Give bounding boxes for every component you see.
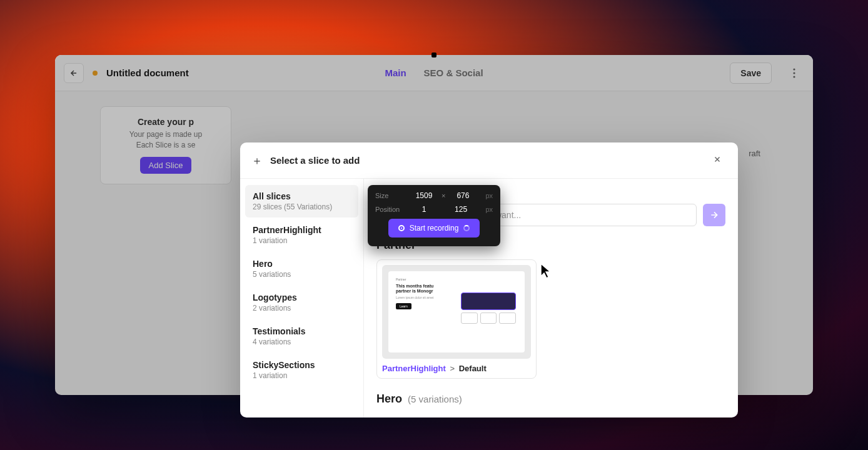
recorder-size-row: Size 1509 × 676 px <box>375 191 493 200</box>
ai-submit-button[interactable] <box>703 204 725 226</box>
sidebar-item-label: Testimonials <box>253 326 351 336</box>
section-hero-name: Hero <box>376 392 402 405</box>
slice-card-partnerhighlight-default[interactable]: Partner This months featupartner is Mono… <box>376 259 537 379</box>
recorder-pos-x-value[interactable]: 1 <box>413 205 435 214</box>
recorder-size-label: Size <box>375 192 406 199</box>
start-recording-button[interactable]: Start recording <box>388 219 480 238</box>
recorder-pos-y-value[interactable]: 125 <box>450 205 472 214</box>
sidebar-item-label: PartnerHighlight <box>253 225 351 235</box>
plus-icon: ＋ <box>251 153 263 168</box>
sidebar-item-sub: 5 variations <box>253 270 351 279</box>
recorder-width-value[interactable]: 1509 <box>413 191 435 200</box>
slice-preview-inner: Partner This months featupartner is Mono… <box>388 271 525 352</box>
sidebar-item-label: All slices <box>253 191 351 201</box>
sidebar-item-stickysections[interactable]: StickySections 1 variation <box>245 354 358 386</box>
section-hero-count: (5 variations) <box>408 394 462 404</box>
sidebar-item-sub: 1 variation <box>253 236 351 245</box>
sidebar-item-partnerhighlight[interactable]: PartnerHighlight 1 variation <box>245 219 358 251</box>
arrow-right-icon <box>709 210 719 220</box>
sidebar-item-sub: 2 variations <box>253 304 351 312</box>
sidebar-item-label: StickySections <box>253 360 351 370</box>
start-recording-label: Start recording <box>410 224 459 232</box>
spinner-icon <box>463 225 470 231</box>
slice-card-label: PartnerHighlight > Default <box>382 364 531 373</box>
sidebar-item-sub: 29 slices (55 Variations) <box>253 202 351 211</box>
sidebar-item-all-slices[interactable]: All slices 29 slices (55 Variations) <box>245 185 358 218</box>
recorder-position-row: Position 1 125 px <box>375 205 493 214</box>
sidebar-item-logotypes[interactable]: Logotypes 2 variations <box>245 286 358 319</box>
spacer <box>442 206 443 213</box>
modal-sidebar: All slices 29 slices (55 Variations) Par… <box>240 179 364 418</box>
slice-card-sep: > <box>450 364 455 373</box>
sidebar-item-label: Hero <box>253 259 351 269</box>
recorder-height-value[interactable]: 676 <box>452 191 474 200</box>
recorder-size-unit: px <box>485 192 493 199</box>
slice-picker-modal: ＋ Select a slice to add All slices 29 sl… <box>240 142 738 418</box>
record-icon <box>398 225 405 231</box>
section-hero-title: Hero (5 variations) <box>376 392 725 406</box>
preview-card-primary <box>461 292 516 310</box>
sidebar-item-label: Logotypes <box>253 292 351 302</box>
multiply-icon: × <box>442 192 445 199</box>
preview-right-col <box>461 292 516 324</box>
slice-card-name: PartnerHighlight <box>382 364 446 373</box>
preview-card-small <box>480 312 497 324</box>
sidebar-item-sub: 4 variations <box>253 338 351 346</box>
preview-card-small <box>499 312 516 324</box>
recorder-pos-unit: px <box>485 206 493 213</box>
sidebar-item-testimonials[interactable]: Testimonials 4 variations <box>245 320 358 352</box>
screen-recorder-tooltip[interactable]: Size 1509 × 676 px Position 1 125 px Sta… <box>368 185 500 246</box>
modal-close-button[interactable] <box>708 151 727 169</box>
preview-cta: Learn <box>396 303 411 309</box>
sidebar-item-sub: 1 variation <box>253 371 351 380</box>
preview-card-small <box>461 312 478 324</box>
close-icon <box>713 155 722 164</box>
slice-preview: Partner This months featupartner is Mono… <box>382 265 531 359</box>
slice-card-variant: Default <box>459 364 487 373</box>
modal-header: ＋ Select a slice to add <box>240 142 738 179</box>
sidebar-item-hero[interactable]: Hero 5 variations <box>245 252 358 285</box>
recorder-pos-label: Position <box>375 206 406 213</box>
modal-title: Select a slice to add <box>270 155 360 166</box>
